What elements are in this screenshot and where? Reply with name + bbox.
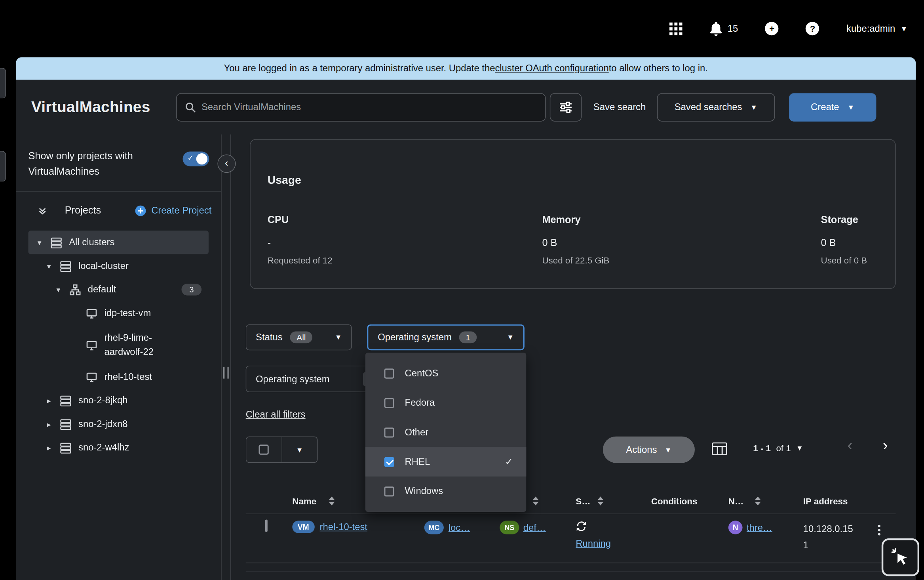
vm-kind-badge: VM (292, 521, 314, 533)
tree-item-sno-2-jdxn8[interactable]: ▸ sno-2-jdxn8 (28, 412, 208, 436)
projects-sidebar: Show only projects with VirtualMachines … (16, 134, 221, 580)
cursor-click-icon (891, 548, 910, 567)
menu-item-rhel[interactable]: RHEL ✓ (365, 447, 526, 476)
usage-card: Usage CPU - Requested of 12 Memory 0 B U… (250, 139, 895, 289)
manage-columns-button[interactable] (712, 442, 727, 458)
sort-icon[interactable] (755, 496, 761, 505)
user-menu[interactable]: kube:admin ▼ (846, 23, 907, 34)
vm-name-link[interactable]: rhel-10-test (320, 522, 367, 532)
tree-item-idp-test-vm[interactable]: idp-test-vm (28, 301, 208, 325)
status-filter-button[interactable]: Status All ▼ (246, 324, 352, 350)
tree-item-local-cluster[interactable]: ▾ local-cluster (28, 254, 208, 278)
saved-searches-button[interactable]: Saved searches ▼ (657, 93, 775, 121)
collapse-all-icon[interactable] (38, 206, 47, 215)
status-filter-badge: All (290, 332, 312, 343)
column-header-ip[interactable]: IP address (797, 496, 856, 506)
projects-label: Projects (65, 205, 101, 217)
vm-icon (86, 340, 97, 351)
cpu-metric: CPU - Requested of 12 (268, 214, 333, 265)
notification-count: 15 (728, 23, 738, 34)
main-content: Usage CPU - Requested of 12 Memory 0 B U… (231, 134, 916, 580)
previous-page-button[interactable]: ‹ (847, 437, 852, 455)
chevron-right-icon[interactable]: ▸ (45, 396, 53, 405)
row-checkbox[interactable] (265, 519, 268, 532)
banner-text: to allow others to log in. (609, 63, 708, 74)
chevron-down-icon[interactable]: ▾ (35, 238, 44, 247)
sort-icon[interactable] (597, 496, 603, 505)
namespace-link[interactable]: def… (523, 522, 546, 533)
bulk-select-checkbox[interactable] (246, 437, 282, 462)
menu-item-centos[interactable]: CentOS (365, 359, 526, 388)
cursor-click-button[interactable] (882, 538, 919, 576)
help-button[interactable]: ? (806, 22, 819, 35)
toggle-knob (196, 153, 207, 164)
windows-checkbox[interactable] (384, 486, 394, 496)
vm-icon (86, 307, 97, 319)
sidebar-resize-handle[interactable] (223, 367, 228, 379)
chevron-right-icon[interactable]: ▸ (45, 420, 53, 428)
node-link[interactable]: thre… (747, 522, 772, 533)
server-icon (60, 395, 71, 406)
left-edge-handle (0, 68, 6, 98)
advanced-search-button[interactable] (550, 93, 582, 121)
oauth-config-link[interactable]: cluster OAuth configuration (495, 63, 608, 74)
clear-all-filters-link[interactable]: Clear all filters (246, 409, 306, 420)
help-icon: ? (806, 22, 819, 35)
memory-value: 0 B (542, 237, 609, 249)
actions-button[interactable]: Actions ▼ (603, 437, 695, 463)
managed-cluster-badge: MC (424, 521, 444, 534)
menu-item-fedora[interactable]: Fedora (365, 388, 526, 417)
menu-item-windows[interactable]: Windows (365, 477, 526, 506)
os-filter-button[interactable]: Operating system 1 ▼ (367, 324, 524, 350)
divider (246, 571, 896, 571)
menu-item-other[interactable]: Other (365, 418, 526, 447)
other-checkbox[interactable] (384, 427, 394, 437)
sort-icon[interactable] (329, 496, 335, 505)
chevron-down-icon: ▼ (901, 25, 908, 32)
sidebar-collapse-button[interactable]: ‹ (217, 155, 236, 173)
sliders-icon (559, 101, 572, 113)
server-icon (51, 237, 62, 248)
node-badge: N (728, 521, 743, 534)
app-launcher-button[interactable] (669, 22, 682, 35)
cluster-link[interactable]: loc… (449, 522, 470, 533)
tree-item-all-clusters[interactable]: ▾ All clusters (28, 231, 208, 254)
tree-item-rhel-9-lime-aardwolf-22[interactable]: rhel-9-lime-aardwolf-22 (28, 325, 208, 365)
show-only-projects-toggle[interactable] (183, 152, 209, 166)
notifications-button[interactable]: 15 (709, 21, 738, 36)
rhel-checkbox[interactable] (384, 457, 394, 467)
server-icon (60, 442, 71, 453)
search-input[interactable] (202, 102, 537, 113)
fedora-checkbox[interactable] (384, 398, 394, 408)
status-running-link[interactable]: Running (576, 538, 646, 549)
chevron-down-icon[interactable]: ▾ (54, 285, 63, 294)
row-kebab-menu[interactable] (878, 525, 896, 536)
screen: 15 + ? kube:admin ▼ You are logged in as… (0, 0, 924, 580)
chevron-down-icon[interactable]: ▾ (45, 261, 53, 270)
page-title: VirtualMachines (31, 98, 150, 116)
chevron-down-icon: ▼ (296, 446, 303, 453)
tree-item-sno-2-8jkqh[interactable]: ▸ sno-2-8jkqh (28, 389, 208, 412)
create-project-button[interactable]: Create Project (135, 205, 211, 216)
namespace-badge: NS (500, 521, 519, 534)
column-header-conditions[interactable]: Conditions (646, 496, 722, 506)
tree-item-sno-2-w4lhz[interactable]: ▸ sno-2-w4lhz (28, 436, 208, 460)
username: kube:admin (846, 23, 895, 34)
project-icon (70, 284, 81, 295)
tree-item-default[interactable]: ▾ default 3 (28, 278, 208, 301)
sync-running-icon (576, 521, 587, 532)
centos-checkbox[interactable] (384, 368, 394, 378)
chevron-right-icon[interactable]: ▸ (45, 443, 53, 452)
column-header-node[interactable]: N… (722, 496, 797, 506)
pagination-menu[interactable]: 1 - 1 of 1 ▼ (753, 443, 803, 453)
apps-grid-icon (669, 22, 682, 35)
create-button[interactable]: Create ▼ (789, 93, 876, 121)
sort-icon[interactable] (533, 496, 539, 505)
column-header-status[interactable]: S… (572, 496, 646, 506)
save-search-button[interactable]: Save search (593, 102, 646, 113)
tree-item-rhel-10-test[interactable]: rhel-10-test (28, 365, 208, 389)
bulk-select-caret[interactable]: ▼ (282, 437, 317, 462)
import-button[interactable]: + (765, 22, 779, 35)
next-page-button[interactable]: › (883, 437, 888, 455)
chevron-down-icon: ▼ (847, 103, 854, 111)
